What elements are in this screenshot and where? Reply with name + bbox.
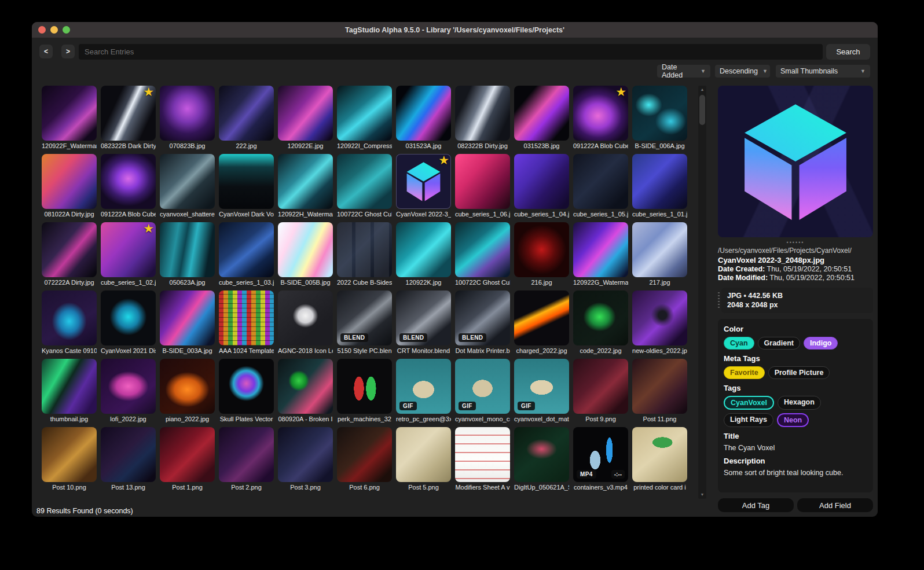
grid-item[interactable]: Post 6.png (337, 427, 392, 491)
thumbnail-image[interactable]: ★ (396, 154, 451, 209)
thumbnail-image[interactable] (101, 359, 156, 414)
thumbnail-image[interactable] (455, 427, 510, 482)
add-field-button[interactable]: Add Field (797, 498, 873, 512)
thumbnail-image[interactable] (632, 86, 687, 141)
thumbnail-image[interactable] (573, 290, 628, 345)
thumbnail-image[interactable] (632, 222, 687, 277)
grid-item[interactable]: ★ 091222A Blob Cube (573, 86, 628, 150)
thumbnail-image[interactable] (514, 290, 569, 345)
thumbnail-image[interactable] (337, 86, 392, 141)
thumbnail-image[interactable]: ★ (101, 86, 156, 141)
thumbnail-image[interactable] (337, 154, 392, 209)
thumbnail-image[interactable] (101, 290, 156, 345)
grid-item[interactable]: 120922E.jpg (278, 86, 333, 150)
grid-item[interactable]: thumbnail.jpg (42, 359, 97, 423)
grid-item[interactable]: 081022A Dirty.jpg (42, 154, 97, 218)
thumbnail-size-dropdown[interactable]: Small Thumbnails ▼ (776, 65, 870, 78)
grid-item[interactable]: Post 9.png (573, 359, 628, 423)
search-input[interactable] (79, 44, 823, 60)
thumbnail-image[interactable] (219, 359, 274, 414)
thumbnail-image[interactable] (514, 427, 569, 482)
thumbnail-image[interactable] (160, 154, 215, 209)
tag-chip[interactable]: CyanVoxel (724, 396, 774, 410)
thumbnail-image[interactable] (278, 290, 333, 345)
grid-item[interactable]: Post 5.png (396, 427, 451, 491)
thumbnail-image[interactable] (632, 359, 687, 414)
thumbnail-image[interactable] (219, 290, 274, 345)
grid-item[interactable]: B-SIDE_003A.jpg (160, 290, 215, 355)
thumbnail-image[interactable] (632, 290, 687, 345)
drag-handle-icon[interactable] (718, 292, 720, 308)
grid-item[interactable]: Post 10.png (42, 427, 97, 491)
grid-item[interactable]: AGNC-2018 Icon Lo (278, 290, 333, 355)
thumbnail-image[interactable]: ★ (573, 86, 628, 141)
grid-item[interactable]: MP4 -:-- containers_v3.mp4 (573, 427, 628, 491)
grid-item[interactable]: BLEND 5150 Style PC.blen (337, 290, 392, 355)
grid-item[interactable]: ★ cube_series_1_02.j (101, 222, 156, 286)
thumbnail-image[interactable] (278, 86, 333, 141)
thumbnail-image[interactable] (396, 427, 451, 482)
grid-item[interactable]: 100722C Ghost Cub (337, 154, 392, 218)
grid-item[interactable]: GIF retro_pc_green@3x (396, 359, 451, 423)
thumbnail-image[interactable] (337, 222, 392, 277)
thumbnail-image[interactable] (219, 154, 274, 209)
thumbnail-image[interactable] (160, 222, 215, 277)
grid-item[interactable]: cube_series_1_04.j (514, 154, 569, 218)
thumbnail-image[interactable]: BLEND (337, 290, 392, 345)
thumbnail-image[interactable]: MP4 -:-- (573, 427, 628, 482)
grid-item[interactable]: 050623A.jpg (160, 222, 215, 286)
grid-item[interactable]: 216.jpg (514, 222, 569, 286)
grid-item[interactable]: B-SIDE_006A.jpg (632, 86, 687, 150)
tag-chip[interactable]: Neon (777, 413, 809, 427)
tag-chip[interactable]: Cyan (724, 337, 754, 350)
thumbnail-image[interactable] (278, 359, 333, 414)
grid-item[interactable]: cube_series_1_01.j (632, 154, 687, 218)
thumbnail-image[interactable] (337, 359, 392, 414)
grid-item[interactable]: 120922F_Watermark (42, 86, 97, 150)
zoom-window-button[interactable] (63, 26, 70, 34)
grid-item[interactable]: 222.jpg (219, 86, 274, 150)
grid-item[interactable]: Post 11.png (632, 359, 687, 423)
thumbnail-image[interactable] (396, 222, 451, 277)
thumbnail-image[interactable] (101, 427, 156, 482)
forward-button[interactable]: > (61, 45, 75, 58)
grid-item[interactable]: GIF cyanvoxel_mono_cr (455, 359, 510, 423)
thumbnail-image[interactable] (632, 154, 687, 209)
grid-item[interactable]: DigItUp_050621A_S (514, 427, 569, 491)
grid-item[interactable]: Post 2.png (219, 427, 274, 491)
thumbnail-image[interactable] (514, 222, 569, 277)
grid-item[interactable]: lofi_2022.jpg (101, 359, 156, 423)
tag-chip[interactable]: Hexagon (778, 396, 821, 410)
grid-item[interactable]: AAA 1024 Template (219, 290, 274, 355)
grid-item[interactable]: code_2022.jpg (573, 290, 628, 355)
thumbnail-image[interactable] (278, 154, 333, 209)
thumbnail-image[interactable] (219, 427, 274, 482)
thumbnail-image[interactable] (455, 222, 510, 277)
panel-resize-handle[interactable]: •••••• (718, 240, 873, 245)
grid-item[interactable]: 031523A.jpg (396, 86, 451, 150)
thumbnail-image[interactable] (514, 86, 569, 141)
close-window-button[interactable] (38, 26, 46, 34)
thumbnail-image[interactable]: BLEND (396, 290, 451, 345)
grid-item[interactable]: ★ CyanVoxel 2022-3_ (396, 154, 451, 218)
thumbnail-image[interactable]: ★ (101, 222, 156, 277)
tag-chip[interactable]: Profile Picture (768, 366, 830, 379)
grid-item[interactable]: 120922I_Compress (337, 86, 392, 150)
tag-chip[interactable]: Light Rays (724, 413, 773, 427)
thumbnail-image[interactable]: GIF (396, 359, 451, 414)
grid-item[interactable]: BLEND Dot Matrix Printer.b (455, 290, 510, 355)
grid-item[interactable]: perk_machines_32 (337, 359, 392, 423)
grid-item[interactable]: printed color card i (632, 427, 687, 491)
thumbnail-image[interactable] (42, 290, 97, 345)
scroll-down-arrow-icon[interactable]: ▼ (698, 491, 706, 499)
thumbnail-image[interactable] (455, 154, 510, 209)
thumbnail-image[interactable] (42, 154, 97, 209)
grid-scrollbar[interactable]: ▲ ▼ (698, 86, 706, 499)
grid-item[interactable]: CyanVoxel Dark Vox (219, 154, 274, 218)
thumbnail-image[interactable] (160, 86, 215, 141)
grid-item[interactable]: CyanVoxel 2021 Dis (101, 290, 156, 355)
grid-item[interactable]: 100722C Ghost Cub (455, 222, 510, 286)
thumbnail-image[interactable] (160, 290, 215, 345)
grid-item[interactable]: 120922K.jpg (396, 222, 451, 286)
grid-item[interactable]: 217.jpg (632, 222, 687, 286)
